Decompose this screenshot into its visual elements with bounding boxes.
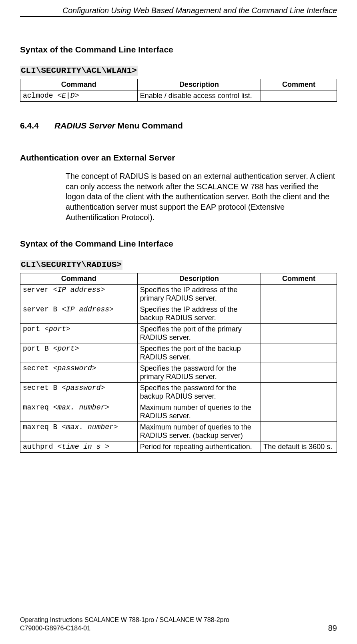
cell-command: maxreq <max. number> xyxy=(20,402,138,421)
cell-command: authprd <time in s > xyxy=(20,441,138,452)
col-header-comment: Comment xyxy=(261,273,337,284)
footer-line-1: Operating Instructions SCALANCE W 788-1p… xyxy=(20,616,337,624)
cell-comment xyxy=(261,363,337,382)
cell-command: port B <port> xyxy=(20,343,138,363)
cell-command: secret <password> xyxy=(20,363,138,382)
col-header-description: Description xyxy=(137,79,261,90)
col-header-description: Description xyxy=(137,273,261,284)
cell-description: Maximum number of queries to the RADIUS … xyxy=(137,421,261,441)
table-row: authprd <time in s > Period for repeatin… xyxy=(20,441,337,452)
cell-command: port <port> xyxy=(20,323,138,343)
table-row: aclmode <E|D> Enable / disable access co… xyxy=(20,90,337,102)
col-header-command: Command xyxy=(20,79,138,90)
col-header-command: Command xyxy=(20,273,138,284)
table-row: server <IP address> Specifies the IP add… xyxy=(20,284,337,304)
cell-command: aclmode <E|D> xyxy=(20,90,138,102)
cell-comment xyxy=(261,323,337,343)
page-number: 89 xyxy=(328,624,337,633)
section-number: 6.4.4 xyxy=(20,121,54,130)
cell-comment: The default is 3600 s. xyxy=(261,441,337,452)
cell-comment xyxy=(261,304,337,323)
cell-description: Specifies the IP address of the primary … xyxy=(137,284,261,304)
table-row: secret B <password> Specifies the passwo… xyxy=(20,382,337,402)
section-title: RADIUS Server Menu Command xyxy=(54,121,183,130)
cell-description: Specifies the password for the backup RA… xyxy=(137,382,261,402)
cell-command: server B <IP address> xyxy=(20,304,138,323)
table-row: maxreq B <max. number> Maximum number of… xyxy=(20,421,337,441)
cell-description: Specifies the password for the primary R… xyxy=(137,363,261,382)
cell-description: Specifies the IP address of the backup R… xyxy=(137,304,261,323)
cell-comment xyxy=(261,421,337,441)
cell-comment xyxy=(261,284,337,304)
cell-comment xyxy=(261,382,337,402)
table-row: maxreq <max. number> Maximum number of q… xyxy=(20,402,337,421)
command-table-2: Command Description Comment server <IP a… xyxy=(20,273,337,453)
cell-command: secret B <password> xyxy=(20,382,138,402)
cli-path-2: CLI\SECURITY\RADIUS> xyxy=(20,260,122,270)
table-row: server B <IP address> Specifies the IP a… xyxy=(20,304,337,323)
cell-comment xyxy=(261,343,337,363)
cli-path-1: CLI\SECURITY\ACL\WLAN1> xyxy=(20,66,138,76)
table-row: port B <port> Specifies the port of the … xyxy=(20,343,337,363)
auth-heading: Authentication over an External Server xyxy=(20,153,337,163)
syntax-heading-1: Syntax of the Command Line Interface xyxy=(20,45,337,54)
cell-description: Specifies the port of the backup RADIUS … xyxy=(137,343,261,363)
cell-description: Maximum number of queries to the RADIUS … xyxy=(137,402,261,421)
command-table-1: Command Description Comment aclmode <E|D… xyxy=(20,79,337,102)
page-footer: Operating Instructions SCALANCE W 788-1p… xyxy=(20,616,337,633)
cell-comment xyxy=(261,402,337,421)
cell-comment xyxy=(261,90,337,102)
cell-description: Specifies the port of the primary RADIUS… xyxy=(137,323,261,343)
cell-description: Enable / disable access control list. xyxy=(137,90,261,102)
section-heading-644: 6.4.4RADIUS Server Menu Command xyxy=(20,121,337,130)
cell-description: Period for repeating authentication. xyxy=(137,441,261,452)
table-row: port <port> Specifies the port of the pr… xyxy=(20,323,337,343)
cell-command: maxreq B <max. number> xyxy=(20,421,138,441)
col-header-comment: Comment xyxy=(261,79,337,90)
footer-line-2: C79000-G8976-C184-01 xyxy=(20,624,337,633)
syntax-heading-2: Syntax of the Command Line Interface xyxy=(20,239,337,249)
cell-command: server <IP address> xyxy=(20,284,138,304)
table-row: secret <password> Specifies the password… xyxy=(20,363,337,382)
header-rule xyxy=(20,16,337,17)
running-header: Configuration Using Web Based Management… xyxy=(20,6,337,15)
auth-paragraph: The concept of RADIUS is based on an ext… xyxy=(66,171,337,223)
